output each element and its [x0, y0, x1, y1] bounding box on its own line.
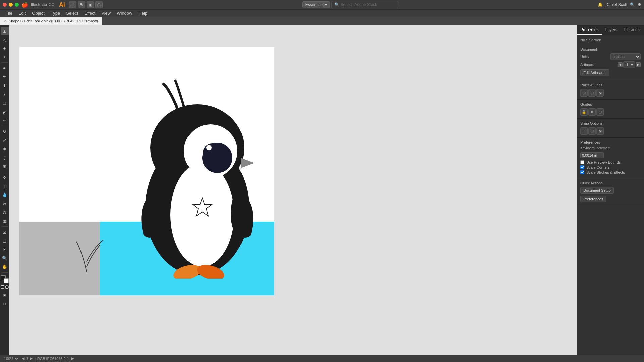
show-rulers-btn[interactable]: ⊞	[580, 89, 588, 97]
close-button[interactable]	[3, 3, 7, 7]
libraries-tab[interactable]: Libraries	[621, 25, 643, 35]
edit-artboards-row: Edit Artboards	[580, 69, 641, 76]
shape-builder-tool[interactable]: ⊕	[1, 145, 9, 153]
zoom-select[interactable]: 100% 300% 200% 50%	[3, 356, 19, 361]
rotate-tool[interactable]: ↻	[1, 127, 9, 135]
guides-section: Guides 🔒 ✕ ⊡	[577, 100, 644, 119]
scale-strokes-effects-checkbox[interactable]	[580, 170, 584, 174]
show-grid-btn[interactable]: ⊟	[588, 89, 596, 97]
fill-stroke-modes: □ ⊘	[1, 285, 9, 289]
ruler-grids-title: Ruler & Grids	[580, 83, 641, 87]
add-anchor-tool[interactable]: ✒	[1, 73, 9, 81]
layers-tab[interactable]: Layers	[602, 25, 621, 35]
document-tab[interactable]: ✕ Shape Builder Tool 2.ai* @ 300% (RGB/G…	[0, 17, 102, 25]
settings-icon[interactable]: ⚙	[638, 2, 641, 7]
titlebar-right: 🔔 Daniel Scott 🔍 ⚙	[598, 2, 641, 7]
selection-tool[interactable]: ▲	[1, 27, 9, 35]
fill-mode[interactable]: □	[1, 285, 4, 289]
left-toolbar: ▲ ◁ ✦ ⌖ ✒ ✒ T / □ 🖌 ✏ ↻ ⤢ ⊕ ⬡ ⊞ ⊹ ◫ 💧 ∞ …	[0, 25, 9, 355]
perspective-grid-tool[interactable]: ⊞	[1, 162, 9, 170]
direct-selection-tool[interactable]: ◁	[1, 36, 9, 44]
search-stock-input[interactable]: 🔍 Search Adobe Stock	[331, 1, 398, 8]
symbol-spray-tool[interactable]: ⊚	[1, 208, 9, 216]
document-setup-btn[interactable]: Document Setup	[580, 187, 614, 194]
menu-object[interactable]: Object	[29, 10, 47, 16]
menu-file[interactable]: File	[3, 10, 15, 16]
pen-tool[interactable]: ✒	[1, 64, 9, 72]
maximize-button[interactable]	[15, 3, 19, 7]
magic-wand-tool[interactable]: ✦	[1, 44, 9, 52]
lasso-tool[interactable]: ⌖	[1, 53, 9, 61]
use-preview-bounds-checkbox[interactable]	[580, 160, 584, 164]
artboard-next[interactable]: ▶	[636, 62, 641, 67]
column-graph-tool[interactable]: ▦	[1, 217, 9, 225]
rectangle-tool[interactable]: □	[1, 99, 9, 107]
plant-decoration	[76, 240, 103, 272]
tab-close-icon[interactable]: ✕	[4, 19, 7, 23]
snap-pixel-btn[interactable]: ⊠	[596, 127, 604, 135]
snap-point-btn[interactable]: ⊹	[580, 127, 588, 135]
menu-help[interactable]: Help	[136, 10, 150, 16]
units-label: Units:	[580, 55, 590, 59]
scale-tool[interactable]: ⤢	[1, 136, 9, 144]
view-mode-btn[interactable]: ▣	[87, 1, 94, 8]
apple-logo: 🍎	[21, 2, 28, 8]
draw-normal-btn[interactable]: ▣	[1, 291, 9, 299]
snap-grid-btn[interactable]: ⊞	[588, 127, 596, 135]
blend-tool[interactable]: ∞	[1, 199, 9, 207]
edit-artboards-btn[interactable]: Edit Artboards	[580, 69, 609, 76]
artboard-row: Artboard: ◀ 1 ▶	[580, 61, 641, 68]
ruler-grids-icons: ⊞ ⊟ ⊠	[580, 89, 641, 97]
line-tool[interactable]: /	[1, 90, 9, 98]
gpu-btn[interactable]: ⬡	[95, 1, 103, 8]
clear-guides-btn[interactable]: ✕	[588, 108, 596, 116]
hand-tool[interactable]: ✋	[1, 263, 9, 271]
scale-corners-checkbox[interactable]	[580, 165, 584, 169]
right-panel: Properties Layers Libraries No Selection…	[577, 25, 644, 355]
color-swatch-area[interactable]	[1, 275, 9, 283]
scale-corners-row: Scale Corners	[580, 165, 641, 169]
zoom-tool[interactable]: 🔍	[1, 254, 9, 262]
menu-select[interactable]: Select	[63, 10, 81, 16]
artboard-prev[interactable]: ◀	[618, 62, 623, 67]
units-select[interactable]: Inches Pixels Centimeters Millimeters Po…	[610, 53, 641, 60]
show-guides-btn[interactable]: ⊠	[596, 89, 604, 97]
nav-prev-btn[interactable]: ◀	[22, 356, 24, 361]
menu-type[interactable]: Type	[48, 10, 63, 16]
titlebar-icons: ⊞ Br ▣ ⬡	[69, 1, 103, 8]
eyedropper-tool[interactable]: 💧	[1, 191, 9, 199]
scissors-tool[interactable]: ✂	[1, 245, 9, 253]
slice-tool[interactable]: ⊡	[1, 228, 9, 236]
draw-behind-btn[interactable]: ▢	[1, 300, 9, 308]
keyboard-increment-input[interactable]	[580, 152, 604, 158]
zoom-control[interactable]: 100% 300% 200% 50%	[3, 356, 19, 361]
background-swatch[interactable]	[4, 278, 9, 283]
make-release-guides-btn[interactable]: ⊡	[596, 108, 604, 116]
gradient-tool[interactable]: ◫	[1, 182, 9, 190]
menu-view[interactable]: View	[99, 10, 113, 16]
search-icon[interactable]: 🔍	[630, 2, 635, 7]
type-tool[interactable]: T	[1, 81, 9, 89]
menu-edit[interactable]: Edit	[16, 10, 29, 16]
menu-window[interactable]: Window	[114, 10, 135, 16]
essentials-dropdown[interactable]: Essentials ▾	[302, 1, 330, 8]
live-paint-tool[interactable]: ⬡	[1, 154, 9, 162]
snap-icons: ⊹ ⊞ ⊠	[580, 127, 641, 135]
lock-guides-btn[interactable]: 🔒	[580, 108, 588, 116]
menu-effect[interactable]: Effect	[82, 10, 98, 16]
minimize-button[interactable]	[9, 3, 13, 7]
pencil-tool[interactable]: ✏	[1, 116, 9, 124]
play-btn[interactable]: ▶	[71, 356, 74, 361]
keyboard-increment-label: Keyboard Increment:	[580, 146, 611, 150]
arrange-windows-btn[interactable]: ⊞	[69, 1, 76, 8]
properties-tab[interactable]: Properties	[577, 25, 602, 35]
mesh-tool[interactable]: ⊹	[1, 173, 9, 181]
nav-next-btn[interactable]: ▶	[30, 356, 33, 361]
eraser-tool[interactable]: ◻	[1, 237, 9, 245]
preferences-btn[interactable]: Preferences	[580, 196, 606, 202]
paintbrush-tool[interactable]: 🖌	[1, 108, 9, 116]
none-mode[interactable]: ⊘	[5, 285, 9, 289]
canvas-area[interactable]	[9, 25, 577, 355]
bridge-btn[interactable]: Br	[78, 1, 85, 8]
artboard-select[interactable]: 1	[623, 61, 635, 68]
